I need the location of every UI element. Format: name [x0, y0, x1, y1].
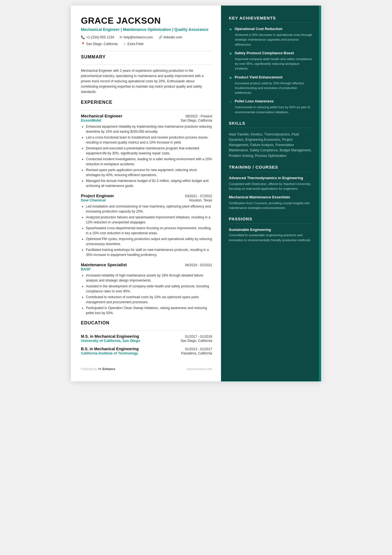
training-1-desc: Completed with Distinction, offered by S… — [229, 182, 313, 191]
job-3-bullets: Increased reliability of high-maintenanc… — [81, 273, 212, 315]
job-2-header: Project Engineer 03/2021 - 07/2022 — [81, 193, 212, 198]
linkedin-contact: 🔗 linkedin.com — [158, 35, 182, 39]
bullet: Enhanced equipment reliability by implem… — [86, 124, 212, 134]
job-2-company-row: Dow Chemical Houston, Texas — [81, 198, 212, 202]
header-divider — [81, 51, 212, 51]
achievement-2-desc: Improved company-wide health and safety … — [229, 57, 313, 71]
star-filled-icon: ★ — [229, 27, 232, 31]
achievement-4-desc: Instrumental in reducing pellet loss by … — [229, 105, 313, 115]
training-1-title: Advanced Thermodynamics in Engineering — [229, 176, 313, 181]
job-1-location: San Diego, California — [181, 119, 212, 122]
job-1-company-row: ExxonMobil San Diego, California — [81, 118, 212, 122]
training-title: TRAINING / COURSES — [229, 165, 313, 169]
email-icon: ✉ — [120, 35, 122, 39]
bullet: Assisted in the development of company-w… — [86, 284, 212, 294]
achievement-3-desc: Increased product yield by 10% through e… — [229, 81, 313, 95]
job-1-header: Mechanical Engineer 08/2022 - Present — [81, 114, 212, 118]
edu-2-header: B.S. in Mechanical Engineering 01/2013 -… — [81, 347, 212, 351]
bullet: Facilitated training workshops for staff… — [86, 247, 212, 257]
brand-name: Enhancv — [103, 367, 115, 371]
achievement-2-header: ★ Safety Protocol Compliance Boost — [229, 51, 313, 56]
achievement-3-title: Product Yield Enhancement — [235, 75, 282, 80]
job-1: Mechanical Engineer 08/2022 - Present Ex… — [81, 114, 212, 188]
email-address: help@enhancv.com — [123, 35, 153, 39]
passions-divider — [229, 223, 313, 224]
extra-text: Extra Field — [127, 42, 143, 46]
bullet: Analyzed production failures and spearhe… — [86, 215, 212, 225]
summary-divider — [81, 65, 212, 65]
edu-1-location: San Diego, California — [181, 339, 212, 343]
job-2-company: Dow Chemical — [81, 198, 106, 202]
education-divider — [81, 330, 212, 331]
job-1-title: Mechanical Engineer — [81, 114, 122, 118]
achievement-4-title: Pellet Loss Awareness — [235, 99, 274, 104]
job-2: Project Engineer 03/2021 - 07/2022 Dow C… — [81, 193, 212, 257]
edu-2-location: Pasadena, California — [181, 351, 212, 355]
resume-container: GRACE JACKSON Mechanical Engineer | Main… — [71, 6, 321, 381]
edu-1-dates: 01/2017 - 01/2019 — [185, 335, 212, 339]
job-3-company-row: BASF — [81, 267, 212, 271]
passion-1: Sustainable Engineering Committed to sus… — [229, 228, 313, 243]
education-section: EDUCATION M.S. in Mechanical Engineering… — [81, 320, 212, 355]
phone-contact: 📞 +1-(234)-555-1234 — [81, 35, 114, 39]
edu-1-header: M.S. in Mechanical Engineering 01/2017 -… — [81, 334, 212, 339]
summary-title: SUMMARY — [81, 55, 212, 60]
star-filled-icon-3: ★ — [229, 75, 232, 80]
bullet: Optimized PM cycles, improving productio… — [86, 236, 212, 246]
candidate-name: GRACE JACKSON — [81, 16, 212, 26]
training-2-title: Mechanical Maintenance Essentials — [229, 195, 313, 200]
skills-divider — [229, 128, 313, 128]
edu-2-dates: 01/2013 - 01/2017 — [185, 347, 212, 351]
training-section: TRAINING / COURSES Advanced Thermodynami… — [229, 165, 313, 211]
edu-2-school: California Institute of Technology — [81, 351, 138, 355]
linkedin-icon: 🔗 — [158, 35, 163, 39]
bullet: Increased reliability of high-maintenanc… — [86, 273, 212, 283]
achievement-3-header: ★ Product Yield Enhancement — [229, 75, 313, 80]
job-3-dates: 06/2019 - 02/2021 — [185, 263, 212, 267]
footer: Powered by ∞ Enhancv www.enhancv.com — [81, 366, 212, 371]
education-title: EDUCATION — [81, 320, 212, 325]
location-text: San Diego, California — [86, 42, 118, 46]
summary-section: SUMMARY Mechanical Engineer with 2 years… — [81, 55, 212, 95]
extra-icon: ☆ — [123, 42, 126, 46]
edu-1-school: University of California, San Diego — [81, 339, 140, 343]
achievement-3: ★ Product Yield Enhancement Increased pr… — [229, 75, 313, 95]
achievements-section: KEY ACHIEVEMENTS ★ Operational Cost Redu… — [229, 16, 313, 115]
extra-field: ☆ Extra Field — [123, 42, 143, 46]
achievement-4-header: ☆ Pellet Loss Awareness — [229, 99, 313, 104]
job-1-company: ExxonMobil — [81, 118, 101, 122]
training-2: Mechanical Maintenance Essentials Certif… — [229, 195, 313, 210]
skills-section: SKILLS Heat Transfer, Kinetics, Thermody… — [229, 121, 313, 159]
location-contact: 📍 San Diego, California — [81, 42, 118, 46]
accent-bar — [319, 6, 321, 381]
bullet: Led installation and commissioning of ne… — [86, 204, 212, 214]
bullet: Revised spare parts application process … — [86, 167, 212, 177]
phone-number: +1-(234)-555-1234 — [86, 35, 114, 39]
skills-title: SKILLS — [229, 121, 313, 125]
bullet: Developed and executed a preventative ma… — [86, 146, 212, 156]
job-3-title: Maintenance Specialist — [81, 262, 127, 267]
job-1-bullets: Enhanced equipment reliability by implem… — [81, 124, 212, 188]
star-filled-icon-2: ★ — [229, 51, 232, 56]
experience-divider — [81, 110, 212, 110]
passion-1-desc: Committed to sustainable engineering pra… — [229, 233, 313, 243]
training-1: Advanced Thermodynamics in Engineering C… — [229, 176, 313, 191]
footer-brand: Powered by ∞ Enhancv — [81, 366, 115, 371]
email-contact: ✉ help@enhancv.com — [120, 35, 153, 39]
achievement-1-desc: Achieved a 20% decrease in operational c… — [229, 33, 313, 47]
star-outline-icon: ☆ — [229, 99, 232, 104]
achievement-2-title: Safety Protocol Compliance Boost — [235, 51, 294, 56]
linkedin-url: linkedin.com — [164, 35, 182, 39]
job-3-header: Maintenance Specialist 06/2019 - 02/2021 — [81, 262, 212, 267]
achievement-1-title: Operational Cost Reduction — [235, 27, 282, 31]
training-2-desc: Certification from Coursera, providing c… — [229, 201, 313, 211]
edu-1-school-row: University of California, San Diego San … — [81, 339, 212, 343]
edu-1: M.S. in Mechanical Engineering 01/2017 -… — [81, 334, 212, 343]
passions-section: PASSIONS Sustainable Engineering Committ… — [229, 216, 313, 243]
location-icon: 📍 — [81, 42, 85, 46]
summary-text: Mechanical Engineer with 2 years of expe… — [81, 68, 212, 95]
footer-website: www.enhancv.com — [187, 367, 212, 371]
passion-1-title: Sustainable Engineering — [229, 228, 313, 232]
left-column: GRACE JACKSON Mechanical Engineer | Main… — [71, 6, 221, 381]
job-2-location: Houston, Texas — [189, 198, 212, 202]
